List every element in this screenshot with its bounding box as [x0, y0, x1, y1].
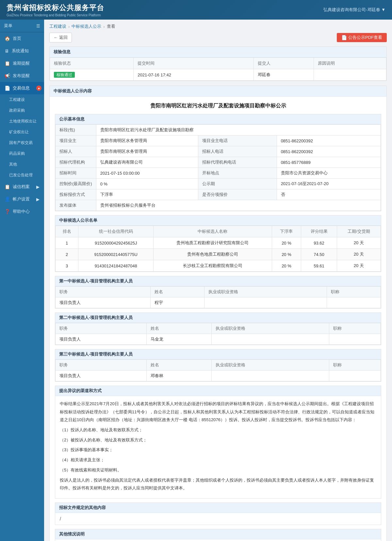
mgr2-col-qual: 执业或职业资格 — [211, 323, 329, 334]
sidebar-sub-item-gov[interactable]: 政府采购 — [0, 105, 44, 116]
complaint-body: 中标结果公示至2021年7月20日，投标人或者其他利害关系人对依法必须进行招标的… — [55, 396, 381, 498]
complaint-header: 提出异议的渠道和方式 — [55, 386, 381, 396]
basic-value-6: 下浮率 — [96, 189, 198, 200]
cand-rank-2: 3 — [56, 260, 78, 272]
sidebar-item-publish[interactable]: 📢 发布提醒 — [0, 70, 44, 82]
candidate-table: 排名 统一社会信用代码 中标候选人名称 下浮率 评分结果 工期/交货期 1 — [55, 226, 381, 272]
status-badge: 核验通过 — [54, 72, 75, 78]
basic-value-2: 贵阳市南明区水务管理局 — [96, 146, 198, 157]
basic-row-5: 控制价(最高限价) 0 % 公示期 2021-07-16至2021-07-20 — [56, 179, 381, 189]
breadcrumb-announce[interactable]: 中标候选人公示 — [72, 24, 101, 29]
sidebar-item-home[interactable]: 🏠 首页 — [0, 32, 44, 45]
sidebar-menu-icon[interactable]: ☰ — [36, 24, 40, 28]
check-col-time: 提交时间 — [134, 58, 254, 69]
breadcrumb-engineering[interactable]: 工程建设 — [49, 24, 66, 29]
other-content-header: 招标文件规定的其他内容 — [55, 503, 381, 513]
mgr3-col-title: 职称 — [329, 360, 381, 371]
sidebar-sub-item-other[interactable]: 其他 — [0, 159, 44, 170]
cand-rate-2: 20 % — [272, 260, 301, 272]
cand-rank-1: 2 — [56, 249, 78, 260]
manager2-subsection: 第二中标候选人-项目管理机构主要人员 职务 姓名 执业或职业资格 职称 — [55, 312, 381, 345]
announce-wrapper: 贵阳市南明区红岩污水处理厂及配套设施项目勘察中标公示 公示基本信息 标段(包) … — [50, 97, 386, 541]
sidebar-item-label: 帐户设置 — [13, 196, 30, 202]
sidebar-menu-header: 菜单 ☰ — [0, 20, 44, 32]
complaint-para-6: 投诉人是法人的，投诉书必须由其法定代表人或者授权代表签字并盖章；其他组织或者个人… — [60, 476, 376, 492]
mgr3-col-name: 姓名 — [147, 360, 212, 371]
manager2-table: 职务 姓名 执业或职业资格 职称 项目负责人 马金龙 — [55, 323, 381, 345]
manager3-header: 第三中标候选人-项目管理机构主要人员 — [55, 349, 381, 359]
cand-col-rate: 下浮率 — [272, 226, 301, 237]
sidebar-item-label: 交易信息 — [13, 85, 30, 91]
sidebar-sub-item-published[interactable]: 已发公告处理 — [0, 170, 44, 181]
sidebar-item-label: 首页 — [13, 36, 21, 41]
mgr3-title-0 — [329, 371, 381, 381]
sidebar-item-notice[interactable]: 🖥 系统通知 — [0, 45, 44, 57]
mgr3-col-pos: 职务 — [56, 360, 147, 371]
mgr3-pos-0: 项目负责人 — [56, 371, 147, 381]
basic-value2-6: 否 — [277, 189, 381, 200]
basic-value-5: 0 % — [96, 179, 198, 189]
other-remarks-value: / — [55, 539, 381, 541]
check-table-row: 核验通过 2021-07-16 17:42 邓廷春 — [50, 69, 386, 81]
cand-code-0: 91520000429245625J — [78, 237, 154, 249]
announce-title: 贵阳市南明区红岩污水处理厂及配套设施项目勘察中标公示 — [55, 97, 381, 114]
breadcrumb-sep2: › — [103, 24, 105, 29]
basic-label-2: 招标人 — [56, 146, 96, 157]
mgr2-name-0: 马金龙 — [147, 334, 212, 345]
cand-score-1: 74.50 — [301, 249, 337, 260]
sidebar-item-trade[interactable]: 📄 交易信息 ● — [0, 82, 44, 94]
cand-period-0: 20 天 — [337, 237, 381, 249]
basic-label-6: 投标报价方式 — [56, 189, 96, 200]
pdf-button[interactable]: 📄 公告公示PDF查看 — [337, 33, 387, 42]
sidebar-item-integrity[interactable]: 📋 诚信档案 ▶ — [0, 181, 44, 193]
cand-rate-0: 20 % — [272, 237, 301, 249]
basic-info-header: 公示基本信息 — [55, 114, 381, 124]
breadcrumb: 工程建设 › 中标候选人公示 › 查看 — [49, 24, 387, 29]
sidebar-sub-item-medicine[interactable]: 药品采购 — [0, 148, 44, 159]
manager1-header: 第一中标候选人-项目管理机构主要人员 — [55, 276, 381, 286]
sidebar-sub-item-mining[interactable]: 矿业权出让 — [0, 127, 44, 137]
complaint-subsection: 提出异议的渠道和方式 中标结果公示至2021年7月20日，投标人或者其他利害关系… — [55, 386, 381, 499]
breadcrumb-current: 查看 — [107, 24, 115, 29]
manager3-table: 职务 姓名 执业或职业资格 职称 项目负责人 邓春林 — [55, 359, 381, 381]
deadline-icon: 📋 — [5, 61, 10, 66]
basic-label2-5: 公示期 — [198, 179, 277, 189]
sidebar-item-label: 系统通知 — [12, 48, 29, 54]
mgr2-title-0 — [329, 334, 381, 345]
basic-value2-1: 0851-862200392 — [277, 135, 381, 146]
sidebar-sub-item-land[interactable]: 土地使用权出让 — [0, 116, 44, 127]
other-content-value: / — [55, 513, 381, 525]
sidebar-sub-item-state[interactable]: 国有产权交易 — [0, 137, 44, 148]
mgr1-col-pos: 职务 — [56, 287, 151, 297]
sidebar-item-account[interactable]: 👤 帐户设置 ▶ — [0, 193, 44, 205]
sidebar-sub-item-engineering[interactable]: 工程建设 — [0, 94, 44, 105]
sidebar-item-label: 发布提醒 — [13, 73, 30, 79]
mgr3-row-0: 项目负责人 邓春林 — [56, 371, 381, 381]
site-title-cn: 贵州省招标投标公共服务平台 — [7, 3, 104, 13]
check-time-cell: 2021-07-16 17:42 — [134, 69, 254, 81]
mgr2-col-title: 职称 — [329, 323, 381, 334]
check-info-body: 核验状态 提交时间 提交人 原因说明 核验通过 2021-07-16 17:42 — [50, 57, 386, 81]
pdf-button-label: 公告公示PDF查看 — [348, 35, 382, 40]
header-user[interactable]: 弘典建设咨询有限公司-邓廷春 ▼ — [323, 7, 385, 13]
publish-icon: 📢 — [5, 73, 10, 78]
manager1-subsection: 第一中标候选人-项目管理机构主要人员 职务 姓名 执业或职业资格 职称 — [55, 276, 381, 309]
back-button[interactable]: ← 返回 — [49, 33, 72, 42]
cand-col-score: 评分结果 — [301, 226, 337, 237]
sidebar-item-help[interactable]: ❓ 帮助中心 — [0, 205, 44, 218]
check-col-status: 核验状态 — [50, 58, 134, 69]
site-title-en: GuiZhou Province Tendering and Bidding P… — [7, 13, 104, 17]
account-arrow: ▶ — [36, 197, 40, 202]
manager1-table: 职务 姓名 执业或职业资格 职称 项目负责人 程宇 — [55, 286, 381, 308]
basic-row-4: 招标时间 2021-07-15 03:00:00 开标地点 贵阳市公共资源交易中… — [56, 168, 381, 179]
mgr2-qual-0 — [211, 334, 329, 345]
sidebar-item-deadline[interactable]: 📋 逾期提醒 — [0, 57, 44, 70]
sidebar-item-label: 帮助中心 — [13, 209, 30, 215]
basic-value-4: 2021-07-15 03:00:00 — [96, 168, 198, 179]
cand-period-2: 20 天 — [337, 260, 381, 272]
mgr2-pos-0: 项目负责人 — [56, 334, 147, 345]
cand-rank-0: 1 — [56, 237, 78, 249]
trade-badge: ● — [36, 86, 41, 91]
cand-score-2: 59.61 — [301, 260, 337, 272]
main-content: 工程建设 › 中标候选人公示 › 查看 ← 返回 📄 公告公示PDF查看 核验信… — [44, 20, 392, 541]
